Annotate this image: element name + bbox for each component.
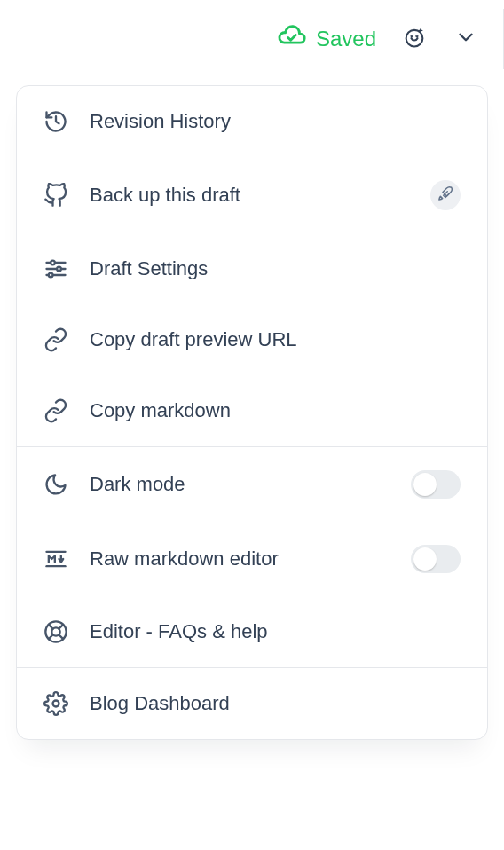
svg-point-4 — [51, 261, 55, 265]
menu-label: Draft Settings — [90, 257, 461, 280]
link-icon — [43, 398, 68, 423]
rocket-icon — [437, 184, 453, 207]
menu-item-draft-settings[interactable]: Draft Settings — [17, 233, 487, 304]
dropdown-menu: Revision History Back up this draft — [16, 85, 488, 740]
menu-item-copy-markdown[interactable]: Copy markdown — [17, 375, 487, 446]
menu-label: Raw markdown editor — [90, 547, 390, 571]
history-icon — [43, 109, 68, 134]
menu-label: Copy draft preview URL — [90, 328, 461, 351]
top-toolbar: Saved — [0, 0, 504, 78]
sparkle-button[interactable] — [401, 26, 428, 52]
svg-line-16 — [59, 625, 63, 629]
rocket-badge — [430, 180, 461, 210]
menu-label: Copy markdown — [90, 399, 461, 422]
menu-label: Editor - FAQs & help — [90, 620, 461, 643]
chevron-button[interactable] — [453, 26, 479, 52]
menu-item-dark-mode[interactable]: Dark mode — [17, 447, 487, 522]
menu-label: Revision History — [90, 110, 461, 133]
svg-line-14 — [59, 634, 63, 639]
menu-item-raw-markdown[interactable]: Raw markdown editor — [17, 522, 487, 596]
sparkle-icon — [402, 25, 427, 53]
sliders-icon — [43, 256, 68, 281]
svg-point-0 — [406, 30, 423, 47]
saved-status: Saved — [277, 21, 376, 57]
cloud-check-icon — [277, 21, 307, 57]
link-icon — [43, 327, 68, 352]
menu-item-blog-dashboard[interactable]: Blog Dashboard — [17, 668, 487, 739]
svg-point-1 — [412, 35, 413, 36]
menu-label: Back up this draft — [90, 184, 409, 207]
moon-icon — [43, 472, 68, 497]
svg-point-8 — [49, 273, 53, 278]
markdown-icon — [43, 547, 68, 571]
github-icon — [43, 183, 68, 208]
svg-line-15 — [49, 634, 53, 639]
menu-item-revision-history[interactable]: Revision History — [17, 86, 487, 157]
menu-item-copy-preview-url[interactable]: Copy draft preview URL — [17, 304, 487, 375]
svg-point-2 — [416, 35, 417, 36]
svg-point-17 — [53, 701, 59, 707]
menu-label: Blog Dashboard — [90, 692, 461, 715]
menu-label: Dark mode — [90, 473, 390, 496]
menu-item-faqs-help[interactable]: Editor - FAQs & help — [17, 596, 487, 667]
chevron-down-icon — [454, 26, 477, 52]
svg-line-13 — [49, 625, 53, 629]
help-icon — [43, 619, 68, 644]
svg-point-6 — [57, 267, 61, 272]
dark-mode-toggle[interactable] — [411, 470, 461, 499]
gear-icon — [43, 691, 68, 716]
menu-item-backup-draft[interactable]: Back up this draft — [17, 157, 487, 233]
raw-markdown-toggle[interactable] — [411, 545, 461, 573]
saved-label: Saved — [316, 27, 376, 51]
